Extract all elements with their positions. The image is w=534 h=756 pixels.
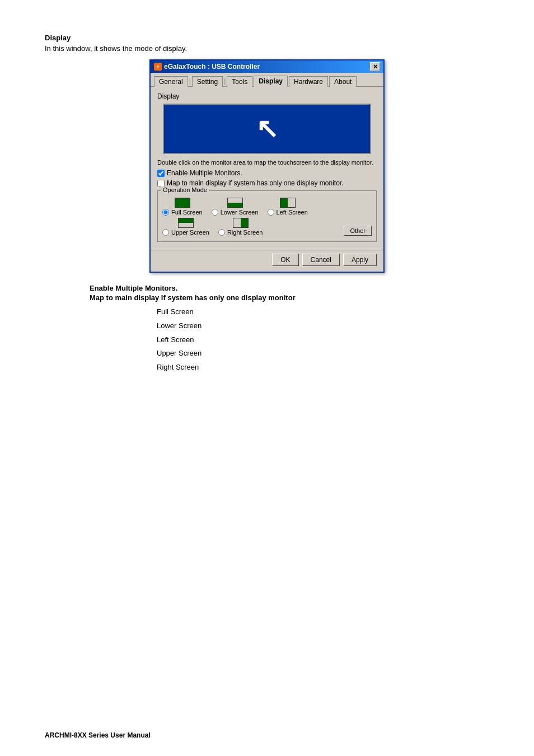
enable-multiple-monitors-label: Enable Multiple Monitors.: [167, 169, 242, 177]
right-screen-radio[interactable]: [218, 229, 225, 236]
right-screen-label: Right Screen: [227, 229, 263, 236]
dialog-buttons: OK Cancel Apply: [151, 250, 383, 272]
hint-text: Double click on the monitor area to map …: [157, 158, 377, 167]
lower-screen-label: Lower Screen: [221, 209, 259, 216]
tab-display[interactable]: Display: [254, 76, 288, 87]
operation-mode-group: Operation Mode Full Screen: [157, 190, 377, 242]
op-mode-right-screen: Right Screen: [218, 218, 263, 236]
enable-multiple-monitors-row: Enable Multiple Monitors.: [157, 169, 377, 177]
full-screen-label: Full Screen: [171, 209, 203, 216]
apply-button[interactable]: Apply: [343, 254, 377, 266]
upper-screen-label: Upper Screen: [171, 229, 209, 236]
dialog-title: eGalaxTouch : USB Controller: [164, 63, 260, 71]
map-to-main-display-label: Map to main display if system has only o…: [167, 179, 343, 187]
op-mode-full-screen: Full Screen: [162, 198, 203, 216]
right-screen-icon: [233, 218, 249, 228]
lower-screen-icon: [227, 198, 243, 208]
full-screen-radio-row: Full Screen: [162, 209, 203, 216]
below-line2: Map to main display if system has only o…: [90, 293, 489, 302]
left-screen-radio-row: Left Screen: [268, 209, 308, 216]
titlebar-left: e eGalaxTouch : USB Controller: [154, 63, 260, 71]
list-item-0: Full Screen: [157, 305, 489, 319]
cancel-button[interactable]: Cancel: [302, 254, 340, 266]
close-button[interactable]: ✕: [370, 62, 380, 71]
list-item-4: Right Screen: [157, 361, 489, 375]
dialog-content: Display ↖ Double click on the monitor ar…: [151, 87, 383, 248]
ok-button[interactable]: OK: [272, 254, 298, 266]
upper-screen-icon: [178, 218, 194, 228]
below-line1: Enable Multiple Monitors.: [90, 284, 489, 292]
section-title: Display: [45, 34, 489, 42]
upper-screen-radio[interactable]: [162, 229, 169, 236]
monitor-preview[interactable]: ↖: [163, 104, 371, 154]
enable-multiple-monitors-checkbox[interactable]: [157, 170, 165, 177]
other-button[interactable]: Other: [344, 226, 372, 236]
list-item-1: Lower Screen: [157, 319, 489, 333]
tab-setting[interactable]: Setting: [192, 76, 223, 87]
map-to-main-display-row: Map to main display if system has only o…: [157, 179, 377, 187]
operation-mode-legend: Operation Mode: [161, 186, 209, 193]
tab-about[interactable]: About: [329, 76, 357, 87]
op-mode-row-1: Full Screen Lower Screen: [162, 198, 372, 216]
left-screen-label: Left Screen: [277, 209, 308, 216]
dialog-wrapper: e eGalaxTouch : USB Controller ✕ General…: [45, 59, 489, 273]
below-list: Full Screen Lower Screen Left Screen Upp…: [157, 305, 489, 374]
map-to-main-display-checkbox[interactable]: [157, 180, 165, 187]
tab-tools[interactable]: Tools: [227, 76, 252, 87]
op-mode-left-screen: Left Screen: [268, 198, 308, 216]
left-screen-radio[interactable]: [268, 209, 274, 216]
full-screen-radio[interactable]: [162, 209, 169, 216]
app-icon: e: [154, 63, 162, 71]
op-mode-upper-screen: Upper Screen: [162, 218, 209, 236]
upper-screen-radio-row: Upper Screen: [162, 229, 209, 236]
tab-sep-1: |: [189, 77, 191, 86]
monitor-cursor-icon: ↖: [256, 115, 278, 142]
group-label: Display: [157, 92, 377, 100]
footer-text: ARCHMI-8XX Series User Manual: [45, 731, 151, 739]
right-screen-radio-row: Right Screen: [218, 229, 263, 236]
tab-general[interactable]: General: [154, 76, 188, 87]
op-mode-lower-screen: Lower Screen: [212, 198, 259, 216]
op-mode-row-2: Upper Screen Right Screen Other: [162, 218, 372, 236]
section-desc: In this window, it shows the mode of dis…: [45, 44, 489, 53]
dialog: e eGalaxTouch : USB Controller ✕ General…: [149, 59, 385, 273]
lower-screen-radio[interactable]: [212, 209, 218, 216]
list-item-2: Left Screen: [157, 333, 489, 347]
tab-hardware[interactable]: Hardware: [289, 76, 328, 87]
tab-sep-2: |: [224, 77, 226, 86]
list-item-3: Upper Screen: [157, 347, 489, 361]
below-dialog: Enable Multiple Monitors. Map to main di…: [90, 284, 489, 374]
lower-screen-radio-row: Lower Screen: [212, 209, 259, 216]
full-screen-icon: [175, 198, 190, 208]
left-screen-icon: [280, 198, 296, 208]
dialog-tabs: General | Setting | Tools Display Hardwa…: [151, 73, 383, 87]
dialog-titlebar: e eGalaxTouch : USB Controller ✕: [151, 60, 383, 73]
